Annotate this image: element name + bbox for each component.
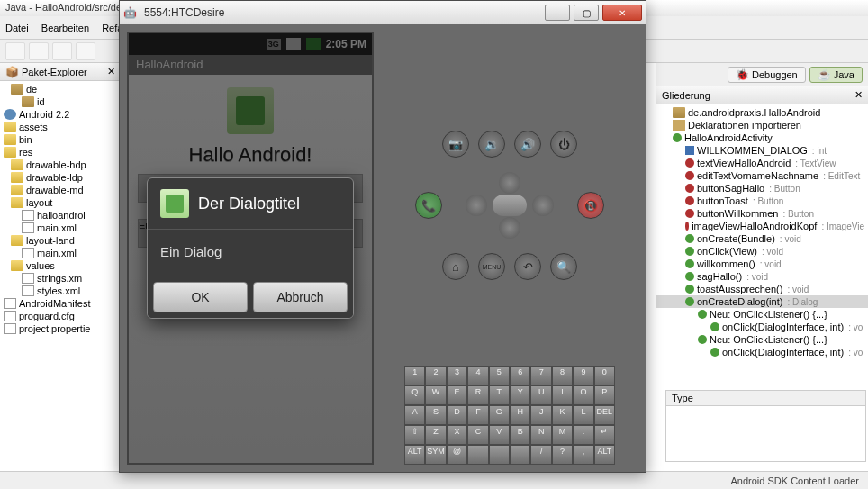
- key-ALT[interactable]: ALT: [594, 445, 615, 465]
- key-A[interactable]: A: [404, 405, 425, 425]
- outline-item[interactable]: buttonWillkommen: Button: [656, 207, 868, 220]
- key-W[interactable]: W: [425, 385, 446, 405]
- hw-call-button[interactable]: 📞: [415, 192, 442, 219]
- maximize-button[interactable]: ▢: [574, 5, 599, 21]
- hw-back-button[interactable]: ↶: [514, 253, 541, 280]
- key-@[interactable]: @: [447, 445, 467, 465]
- key-7[interactable]: 7: [530, 366, 551, 385]
- key-space[interactable]: [489, 445, 510, 465]
- hw-power-button[interactable]: ⏻: [550, 131, 577, 158]
- tree-item[interactable]: layout: [0, 196, 121, 209]
- hw-camera-button[interactable]: 📷: [442, 131, 469, 158]
- outline-item[interactable]: editTextVornameNachname: EditText: [656, 169, 868, 182]
- tree-item[interactable]: drawable-hdp: [0, 158, 121, 171]
- outline-item[interactable]: textViewHalloAndroid: TextView: [656, 157, 868, 169]
- key-0[interactable]: 0: [594, 366, 615, 385]
- dpad-left[interactable]: [466, 195, 487, 216]
- hw-search-button[interactable]: 🔍: [550, 253, 577, 280]
- perspective-debug[interactable]: 🐞 Debuggen: [728, 67, 806, 83]
- key-L[interactable]: L: [573, 405, 593, 425]
- key-?[interactable]: ?: [552, 445, 573, 465]
- tree-item[interactable]: AndroidManifest: [0, 297, 121, 310]
- outline-item[interactable]: willkommen(): void: [656, 258, 868, 270]
- key-/[interactable]: /: [530, 445, 551, 465]
- key-4[interactable]: 4: [467, 366, 488, 385]
- key-P[interactable]: P: [594, 385, 615, 405]
- menu-datei[interactable]: Datei: [5, 23, 29, 33]
- outline-tab[interactable]: Gliederung ✕: [656, 86, 868, 104]
- dpad-center[interactable]: [493, 195, 527, 216]
- tree-item[interactable]: bin: [0, 133, 121, 146]
- key-N[interactable]: N: [530, 425, 551, 445]
- package-explorer-tab[interactable]: 📦 Paket-Explorer ✕: [0, 63, 121, 81]
- key-↵[interactable]: ↵: [594, 425, 615, 445]
- dpad-up[interactable]: [499, 172, 520, 194]
- key-,[interactable]: ,: [573, 445, 593, 465]
- key-M[interactable]: M: [552, 425, 573, 445]
- key-ALT[interactable]: ALT: [404, 445, 425, 465]
- key-G[interactable]: G: [489, 405, 510, 425]
- key-3[interactable]: 3: [447, 366, 467, 385]
- key-8[interactable]: 8: [552, 366, 573, 385]
- emulator-titlebar[interactable]: 🤖 5554:HTCDesire — ▢ ✕: [120, 1, 646, 24]
- outline-item[interactable]: onClick(View): void: [656, 245, 868, 258]
- dialog-cancel-button[interactable]: Abbruch: [253, 282, 348, 312]
- hw-volup-button[interactable]: 🔊: [514, 131, 541, 158]
- hw-dpad[interactable]: [460, 174, 559, 237]
- key-Y[interactable]: Y: [510, 385, 530, 405]
- key-SYM[interactable]: SYM: [425, 445, 446, 465]
- tree-item[interactable]: strings.xm: [0, 272, 121, 285]
- key-1[interactable]: 1: [404, 366, 425, 385]
- key-J[interactable]: J: [530, 405, 551, 425]
- key-C[interactable]: C: [467, 425, 488, 445]
- tb-run-icon[interactable]: [52, 42, 72, 60]
- key-O[interactable]: O: [573, 385, 593, 405]
- dialog-ok-button[interactable]: OK: [153, 282, 248, 312]
- outline-item[interactable]: de.androidpraxis.HalloAndroid: [656, 106, 868, 119]
- tb-new-icon[interactable]: [5, 42, 25, 60]
- outline-item[interactable]: sagHallo(): void: [656, 270, 868, 283]
- tree-item[interactable]: proguard.cfg: [0, 310, 121, 322]
- tree-item[interactable]: res: [0, 146, 121, 158]
- key-U[interactable]: U: [530, 385, 551, 405]
- key-T[interactable]: T: [489, 385, 510, 405]
- outline-item[interactable]: Deklarationen importieren: [656, 119, 868, 131]
- key-⇧[interactable]: ⇧: [404, 425, 425, 445]
- hw-end-button[interactable]: 📵: [577, 192, 604, 219]
- key-9[interactable]: 9: [573, 366, 593, 385]
- tree-item[interactable]: assets: [0, 121, 121, 133]
- outline-item[interactable]: HalloAndroidActivity: [656, 131, 868, 144]
- tree-item[interactable]: project.propertie: [0, 322, 121, 335]
- tree-item[interactable]: de: [0, 83, 121, 95]
- key-5[interactable]: 5: [489, 366, 510, 385]
- tree-item[interactable]: drawable-md: [0, 184, 121, 196]
- key-.[interactable]: .: [573, 425, 593, 445]
- tree-item[interactable]: values: [0, 259, 121, 272]
- key-E[interactable]: E: [447, 385, 467, 405]
- outline-item[interactable]: onCreateDialog(int): Dialog: [656, 295, 868, 308]
- key-H[interactable]: H: [510, 405, 530, 425]
- tree-item[interactable]: halloandroi: [0, 209, 121, 222]
- key-F[interactable]: F: [467, 405, 488, 425]
- key-Q[interactable]: Q: [404, 385, 425, 405]
- key-K[interactable]: K: [552, 405, 573, 425]
- key-6[interactable]: 6: [510, 366, 530, 385]
- tree-item[interactable]: id: [0, 95, 121, 108]
- menu-bearbeiten[interactable]: Bearbeiten: [41, 23, 89, 33]
- outline-item[interactable]: Neu: OnClickListener() {...}: [656, 333, 868, 346]
- perspective-java[interactable]: ☕ Java: [809, 67, 863, 83]
- key-space[interactable]: [510, 445, 530, 465]
- outline-item[interactable]: Neu: OnClickListener() {...}: [656, 308, 868, 321]
- key-I[interactable]: I: [552, 385, 573, 405]
- key-Z[interactable]: Z: [425, 425, 446, 445]
- close-button[interactable]: ✕: [602, 5, 642, 21]
- tree-item[interactable]: main.xml: [0, 247, 121, 259]
- tb-debug-icon[interactable]: [76, 42, 95, 60]
- minimize-button[interactable]: —: [545, 5, 570, 21]
- outline-item[interactable]: buttonSagHallo: Button: [656, 182, 868, 195]
- key-B[interactable]: B: [510, 425, 530, 445]
- outline-item[interactable]: onClick(DialogInterface, int): vo: [656, 321, 868, 333]
- key-V[interactable]: V: [489, 425, 510, 445]
- outline-item[interactable]: buttonToast: Button: [656, 195, 868, 207]
- key-R[interactable]: R: [467, 385, 488, 405]
